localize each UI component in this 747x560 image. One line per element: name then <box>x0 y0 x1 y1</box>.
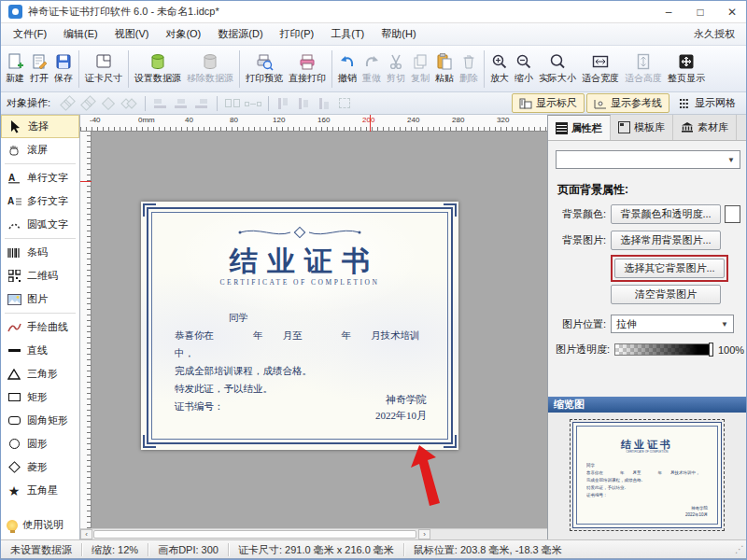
image-position-select[interactable]: 拉伸 ▼ <box>611 315 734 333</box>
resize-grip-icon[interactable]: ⋰ <box>735 544 747 554</box>
thumbnail-area: 结业证书 CERTIFICATE OF COMPLETION 同学 恭喜你在 年… <box>548 413 747 539</box>
menu-file[interactable]: 文件(F) <box>5 24 55 44</box>
slider-handle[interactable] <box>709 343 713 357</box>
align-center-icon <box>173 96 190 111</box>
zoom-in-button[interactable]: 放大 <box>487 50 512 87</box>
show-refline-button[interactable]: 显示参考线 <box>586 93 669 113</box>
direct-print-button[interactable]: 直接打印 <box>286 50 329 87</box>
menu-object[interactable]: 对象(O) <box>157 24 209 44</box>
fit-height-button: 适合高度 <box>622 50 665 87</box>
tool-select[interactable]: 选择 <box>1 115 79 138</box>
choose-other-bg-button[interactable]: 选择其它背景图片... <box>614 259 725 278</box>
rectangle-icon <box>7 390 21 405</box>
tool-single-text[interactable]: A 单行文字 <box>1 166 79 189</box>
choose-common-bg-button[interactable]: 选择常用背景图片... <box>611 231 721 250</box>
paste-button[interactable]: 粘贴 <box>432 50 457 87</box>
actual-size-button[interactable]: 实际大小 <box>536 50 579 87</box>
section-title: 页面背景属性: <box>557 182 628 198</box>
tool-freehand[interactable]: 手绘曲线 <box>1 315 79 339</box>
object-selector-combobox[interactable]: ▼ <box>556 150 740 169</box>
clear-bg-button[interactable]: 清空背景图片 <box>611 285 721 304</box>
menu-print[interactable]: 打印(P) <box>272 24 323 44</box>
menu-tools[interactable]: 工具(T) <box>322 24 373 44</box>
certificate-student-line: 同学 <box>175 309 430 327</box>
bg-image-label: 背景图片: <box>548 233 606 247</box>
new-button[interactable]: 新建 <box>3 50 27 87</box>
maximize-button[interactable]: □ <box>684 1 716 22</box>
open-button[interactable]: 打开 <box>27 50 51 87</box>
tool-rounded-rect[interactable]: 圆角矩形 <box>1 409 79 432</box>
tool-circle[interactable]: 圆形 <box>1 432 79 455</box>
tool-multi-text[interactable]: A 多行文字 <box>1 189 79 213</box>
menu-view[interactable]: 视图(V) <box>106 24 158 44</box>
toolbar-label: 粘贴 <box>435 72 454 85</box>
objectbar-separator <box>268 96 269 111</box>
tool-line[interactable]: 直线 <box>1 339 79 362</box>
scroll-left-icon[interactable]: ‹ <box>80 529 92 539</box>
set-datasource-button[interactable]: 设置数据源 <box>132 50 184 87</box>
tool-rect[interactable]: 矩形 <box>1 385 79 409</box>
tab-template-library[interactable]: 模板库 <box>611 115 673 140</box>
thumbnail-certificate[interactable]: 结业证书 CERTIFICATE OF COMPLETION 同学 恭喜你在 年… <box>572 422 722 528</box>
scroll-thumb[interactable] <box>93 530 416 539</box>
canvas-hscrollbar[interactable]: ‹ › <box>80 528 547 539</box>
rounded-rectangle-icon <box>7 413 21 428</box>
ruler-label: 40 <box>185 116 193 124</box>
bg-color-button[interactable]: 背景颜色和透明度... <box>611 204 721 224</box>
tab-material-library[interactable]: 素材库 <box>673 115 737 140</box>
toolbar-label: 打开 <box>30 72 49 85</box>
tab-label: 素材库 <box>698 120 728 134</box>
thumbnail-line: 完成全部培训课程，成绩合格。 <box>586 477 712 484</box>
chevron-down-icon: ▼ <box>727 156 735 164</box>
license-badge: 永久授权 <box>694 27 744 41</box>
open-icon <box>30 52 49 71</box>
card-size-button[interactable]: 证卡尺寸 <box>82 50 125 87</box>
save-button[interactable]: 保存 <box>51 50 76 87</box>
close-button[interactable]: ✕ <box>716 1 747 22</box>
lightbulb-icon <box>7 520 18 531</box>
fit-width-button[interactable]: 适合宽度 <box>579 50 622 87</box>
tool-qrcode[interactable]: 二维码 <box>1 264 79 287</box>
print-preview-button[interactable]: 打印预览 <box>243 50 286 87</box>
bg-color-swatch[interactable] <box>725 205 740 223</box>
toolbar-label: 适合宽度 <box>582 72 619 85</box>
minimize-button[interactable]: – <box>653 1 684 22</box>
menu-help[interactable]: 帮助(H) <box>373 24 424 44</box>
tool-arc-text[interactable]: 圆弧文字 <box>1 213 79 236</box>
menu-datasource[interactable]: 数据源(D) <box>209 24 271 44</box>
toolbar-label: 撤销 <box>338 72 357 85</box>
show-ruler-button[interactable]: 显示标尺 <box>512 93 585 113</box>
sidebar-divider <box>5 313 76 314</box>
image-icon <box>7 292 21 307</box>
thumbnail-line: 特发此证，予以结业。 <box>586 484 712 492</box>
tool-image[interactable]: 图片 <box>1 287 79 311</box>
ruler-icon <box>519 98 532 109</box>
toolbar-label: 放大 <box>490 72 509 85</box>
ruler-label: 200 <box>362 116 374 124</box>
object-operations-bar: 对象操作: 显示标尺 显示参考线 显示网格 <box>1 92 747 115</box>
tool-scroll[interactable]: 滚屏 <box>1 138 79 161</box>
tool-barcode[interactable]: 条码 <box>1 241 79 264</box>
tool-diamond[interactable]: 菱形 <box>1 455 79 479</box>
zoom-out-button[interactable]: 缩小 <box>512 50 536 87</box>
thumbnail-line: 恭喜你在 年 月至 年 月技术培训中， <box>586 469 712 477</box>
tool-star[interactable]: ★ 五角星 <box>1 479 79 502</box>
distribute-icon <box>337 96 354 111</box>
svg-text:A: A <box>7 196 14 206</box>
send-to-back-icon <box>121 96 138 111</box>
opacity-slider[interactable] <box>614 343 713 356</box>
show-grid-button[interactable]: 显示网格 <box>671 94 742 112</box>
tab-label: 模板库 <box>634 120 665 134</box>
menu-edit[interactable]: 编辑(E) <box>55 24 106 44</box>
flourish-ornament <box>234 226 365 241</box>
tool-triangle[interactable]: 三角形 <box>1 362 79 385</box>
whole-page-button[interactable]: 整页显示 <box>665 50 708 87</box>
align-top-icon <box>275 96 292 111</box>
tab-properties[interactable]: 属性栏 <box>548 115 611 140</box>
print-preview-icon <box>255 52 274 71</box>
certificate-page[interactable]: 结业证书 CERTIFICATE OF COMPLETION 同学 恭喜你在 年… <box>141 202 458 450</box>
undo-button[interactable]: 撤销 <box>335 50 359 87</box>
help-item[interactable]: 使用说明 <box>1 518 80 532</box>
scroll-right-icon[interactable]: › <box>418 529 430 539</box>
align-middle-icon <box>296 96 313 111</box>
